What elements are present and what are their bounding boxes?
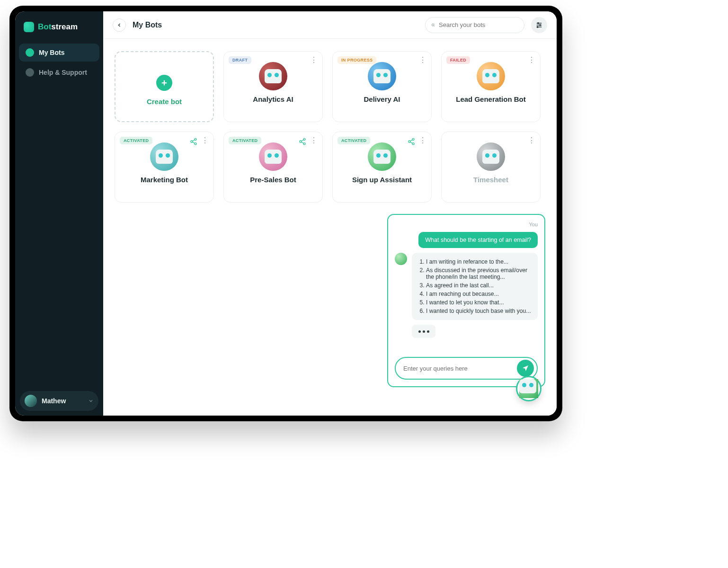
chat-typing-indicator	[412, 325, 435, 338]
status-badge: DRAFT	[229, 56, 251, 64]
bot-avatar	[150, 142, 178, 171]
bot-name: Delivery AI	[364, 95, 400, 103]
app-window: Botstream My Bots Help & Support Mathew	[15, 11, 557, 416]
headset-icon	[26, 68, 34, 77]
svg-line-19	[302, 142, 304, 143]
bot-avatar	[368, 62, 396, 90]
bot-avatar	[368, 142, 396, 171]
device-frame: Botstream My Bots Help & Support Mathew	[9, 6, 562, 421]
brand-mark-icon	[24, 22, 34, 32]
robot-face-icon	[156, 150, 173, 164]
status-badge: ACTIVATED	[120, 137, 152, 144]
bot-card-analytics-ai[interactable]: DRAFT ⋮ Analytics AI	[223, 51, 323, 122]
page-title: My Bots	[133, 21, 162, 29]
chat-bot-reply-item: As discussed in the previous email/over …	[426, 267, 531, 280]
bot-name: Lead Generation Bot	[456, 95, 526, 103]
user-avatar	[25, 395, 37, 407]
create-bot-label: Create bot	[147, 98, 182, 106]
search-input[interactable]	[439, 21, 518, 28]
chat-user-message: What should be the starting of an email?	[418, 232, 538, 248]
bot-card-timesheet[interactable]: ⋮ Timesheet	[441, 132, 541, 203]
content: Create bot DRAFT ⋮ Analytics AI IN PROGR…	[103, 39, 557, 416]
share-button[interactable]	[190, 138, 197, 145]
bot-avatar	[477, 62, 505, 90]
search-field[interactable]	[425, 17, 524, 33]
card-menu-button[interactable]: ⋮	[201, 137, 209, 144]
svg-line-23	[410, 140, 413, 141]
bot-name: Marketing Bot	[141, 176, 188, 184]
share-icon	[299, 138, 306, 145]
share-button[interactable]	[299, 138, 306, 145]
svg-line-24	[410, 142, 413, 143]
chat-input[interactable]	[403, 365, 512, 372]
bot-avatar	[477, 142, 505, 171]
card-menu-button[interactable]: ⋮	[419, 137, 426, 144]
main: My Bots	[103, 11, 557, 416]
robot-face-icon	[265, 150, 282, 164]
bot-name: Analytics AI	[253, 95, 293, 103]
create-bot-card[interactable]: Create bot	[115, 51, 214, 122]
user-menu[interactable]: Mathew	[20, 391, 98, 411]
robot-face-icon	[482, 69, 499, 83]
svg-point-22	[412, 143, 414, 145]
brand-logo: Botstream	[15, 22, 103, 44]
svg-line-1	[434, 26, 435, 27]
chat-bot-reply-item: I am writing in referance to the...	[426, 258, 531, 265]
card-menu-button[interactable]: ⋮	[310, 137, 318, 144]
brand-name-bot: Bot	[38, 22, 51, 31]
sidebar-nav: My Bots Help & Support	[15, 44, 103, 81]
card-menu-button[interactable]: ⋮	[528, 56, 535, 64]
svg-point-3	[538, 22, 539, 24]
sidebar-item-label: Help & Support	[39, 69, 87, 76]
chat-send-button[interactable]	[517, 360, 534, 377]
bot-name: Sign up Assistant	[352, 176, 412, 184]
chat-input-row[interactable]	[395, 357, 538, 380]
chat-bot-reply-item: I wanted to let you know that...	[426, 299, 531, 306]
robot-face-icon	[373, 150, 391, 164]
status-badge: FAILED	[446, 56, 470, 64]
send-icon	[522, 364, 529, 372]
chat-launcher-button[interactable]	[516, 376, 542, 401]
svg-line-18	[302, 140, 304, 141]
status-badge: IN PROGRESS	[337, 56, 376, 64]
sidebar: Botstream My Bots Help & Support Mathew	[15, 11, 103, 416]
share-button[interactable]	[408, 138, 415, 145]
svg-point-12	[195, 143, 196, 145]
filter-button[interactable]	[531, 17, 547, 33]
sidebar-item-help-support[interactable]: Help & Support	[19, 63, 99, 81]
robot-face-icon	[482, 150, 499, 164]
chat-bot-message: I am writing in referance to the... As d…	[412, 253, 538, 320]
svg-point-7	[537, 26, 538, 27]
search-icon	[431, 22, 435, 28]
share-icon	[408, 138, 415, 145]
chat-bot-row: I am writing in referance to the... As d…	[395, 253, 538, 320]
svg-line-13	[193, 140, 195, 141]
bot-card-pre-sales[interactable]: ACTIVATED ⋮ Pre-Sales Bot	[223, 132, 323, 203]
bot-card-signup-assistant[interactable]: ACTIVATED ⋮ Sign up Assistant	[332, 132, 432, 203]
card-menu-button[interactable]: ⋮	[528, 137, 535, 144]
svg-point-0	[432, 24, 434, 26]
svg-point-15	[303, 138, 305, 140]
bots-grid: Create bot DRAFT ⋮ Analytics AI IN PROGR…	[115, 51, 545, 203]
card-menu-button[interactable]: ⋮	[419, 56, 426, 64]
brand-name: Botstream	[38, 22, 78, 32]
chat-bot-reply-item: As agreed in the last call...	[426, 282, 531, 289]
back-button[interactable]	[113, 18, 126, 32]
card-menu-button[interactable]: ⋮	[310, 56, 318, 64]
sidebar-item-my-bots[interactable]: My Bots	[19, 44, 99, 62]
bot-card-delivery-ai[interactable]: IN PROGRESS ⋮ Delivery AI	[332, 51, 432, 122]
svg-line-14	[193, 142, 195, 143]
chevron-left-icon	[116, 22, 122, 28]
sliders-icon	[535, 21, 543, 29]
bot-card-lead-generation[interactable]: FAILED ⋮ Lead Generation Bot	[441, 51, 541, 122]
robot-face-icon	[519, 379, 536, 393]
bot-avatar	[519, 379, 538, 398]
bot-card-marketing[interactable]: ACTIVATED ⋮ Marketing Bot	[115, 132, 214, 203]
user-name: Mathew	[42, 397, 83, 405]
chat-you-label: You	[395, 222, 538, 227]
chat-bot-avatar	[395, 253, 407, 265]
chat-bot-reply-item: I am reaching out because...	[426, 291, 531, 297]
sidebar-item-label: My Bots	[39, 49, 64, 56]
svg-point-20	[412, 138, 414, 140]
topbar: My Bots	[103, 11, 557, 39]
